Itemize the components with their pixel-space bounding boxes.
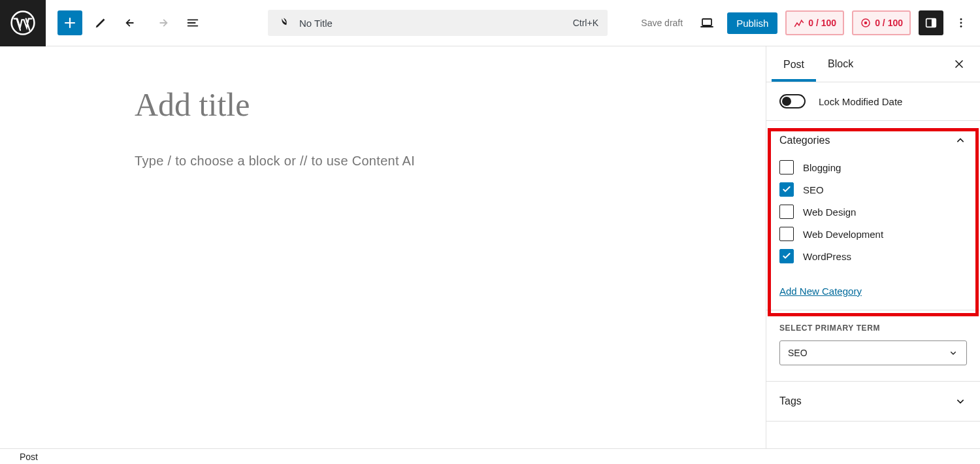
undo-icon — [124, 16, 139, 30]
edit-mode-button[interactable] — [88, 10, 113, 35]
wordpress-icon — [10, 10, 35, 35]
publish-button[interactable]: Publish — [727, 12, 777, 34]
chevron-down-icon — [954, 395, 967, 408]
svg-point-0 — [12, 12, 35, 35]
more-options-button[interactable] — [951, 10, 971, 35]
seo-score-value: 0 / 100 — [808, 18, 836, 28]
categories-panel-header[interactable]: Categories — [766, 121, 980, 160]
seo-score-badge[interactable]: 0 / 100 — [785, 10, 844, 35]
top-toolbar: No Title Ctrl+K Save draft Publish 0 / 1… — [0, 0, 980, 46]
toolbar-right-group: Save draft Publish 0 / 100 0 / 100 — [637, 10, 980, 35]
add-new-category-link[interactable]: Add New Category — [779, 286, 862, 297]
svg-point-8 — [960, 25, 962, 27]
toolbar-left-group — [46, 10, 205, 35]
checkbox[interactable] — [779, 205, 794, 219]
target-icon — [860, 17, 872, 29]
checkbox[interactable] — [779, 227, 794, 241]
content-score-value: 0 / 100 — [875, 18, 903, 28]
categories-list: BloggingSEOWeb DesignWeb DevelopmentWord… — [766, 160, 980, 276]
pencil-icon — [93, 16, 108, 30]
command-bar[interactable]: No Title Ctrl+K — [268, 10, 608, 36]
categories-panel: Categories BloggingSEOWeb DesignWeb Deve… — [766, 121, 980, 310]
chevron-down-icon — [948, 348, 958, 358]
category-label: Web Development — [803, 229, 883, 240]
tags-panel: Tags — [766, 381, 980, 422]
primary-term-label: SELECT PRIMARY TERM — [766, 310, 980, 340]
lock-modified-date-row: Lock Modified Date — [766, 82, 980, 121]
category-checkbox-row[interactable]: Blogging — [779, 160, 967, 174]
category-label: Blogging — [803, 162, 841, 173]
chevron-up-icon — [954, 134, 967, 147]
category-checkbox-row[interactable]: Web Development — [779, 227, 967, 241]
category-label: WordPress — [803, 251, 851, 262]
command-bar-shortcut: Ctrl+K — [573, 18, 598, 28]
chart-icon — [793, 17, 805, 29]
primary-term-select[interactable]: SEO — [779, 340, 967, 365]
checkbox[interactable] — [779, 249, 794, 263]
redo-button[interactable] — [150, 10, 174, 35]
content-score-badge[interactable]: 0 / 100 — [852, 10, 911, 35]
undo-button[interactable] — [119, 10, 144, 35]
tags-panel-header[interactable]: Tags — [766, 382, 980, 421]
post-title-input[interactable] — [135, 86, 631, 124]
tab-post[interactable]: Post — [772, 48, 816, 82]
settings-sidebar: Post Block Lock Modified Date Categories… — [766, 46, 980, 448]
category-label: SEO — [803, 184, 824, 195]
lock-modified-date-label: Lock Modified Date — [819, 96, 902, 107]
wordpress-logo[interactable] — [0, 0, 46, 46]
lock-modified-date-toggle[interactable] — [779, 94, 806, 108]
leaf-icon — [277, 16, 290, 29]
sidebar-scroll-area[interactable]: Lock Modified Date Categories BloggingSE… — [766, 82, 980, 448]
save-draft-button[interactable]: Save draft — [637, 12, 687, 33]
footer-breadcrumb-bar: Post — [0, 448, 980, 464]
category-checkbox-row[interactable]: SEO — [779, 182, 967, 197]
kebab-icon — [954, 16, 968, 30]
check-icon — [781, 251, 792, 261]
close-icon — [953, 58, 966, 71]
check-icon — [781, 184, 792, 195]
editor-canvas[interactable]: Type / to choose a block or // to use Co… — [0, 46, 766, 448]
close-sidebar-button[interactable] — [947, 52, 971, 76]
laptop-icon — [699, 15, 715, 31]
tab-block[interactable]: Block — [816, 47, 865, 81]
panel-right-icon — [924, 16, 938, 30]
document-outline-button[interactable] — [180, 10, 205, 35]
category-checkbox-row[interactable]: WordPress — [779, 249, 967, 263]
svg-point-6 — [960, 18, 962, 20]
sidebar-tabs: Post Block — [766, 46, 980, 82]
primary-term-section: SELECT PRIMARY TERM SEO — [766, 310, 980, 381]
primary-term-value: SEO — [788, 348, 808, 358]
add-block-button[interactable] — [57, 10, 82, 35]
post-body-placeholder[interactable]: Type / to choose a block or // to use Co… — [135, 154, 631, 169]
categories-title: Categories — [779, 135, 830, 146]
checkbox[interactable] — [779, 160, 794, 174]
list-icon — [186, 16, 200, 30]
tags-title: Tags — [779, 395, 802, 407]
redo-icon — [155, 16, 169, 30]
sidebar-toggle-button[interactable] — [919, 10, 943, 35]
breadcrumb[interactable]: Post — [20, 452, 38, 462]
category-label: Web Design — [803, 207, 856, 218]
command-bar-title: No Title — [299, 18, 573, 29]
category-checkbox-row[interactable]: Web Design — [779, 205, 967, 219]
checkbox[interactable] — [779, 182, 794, 197]
preview-button[interactable] — [694, 10, 719, 35]
svg-rect-1 — [702, 19, 711, 25]
svg-point-7 — [960, 22, 962, 24]
svg-rect-5 — [932, 19, 936, 27]
svg-point-3 — [864, 22, 868, 25]
plus-icon — [62, 15, 78, 31]
